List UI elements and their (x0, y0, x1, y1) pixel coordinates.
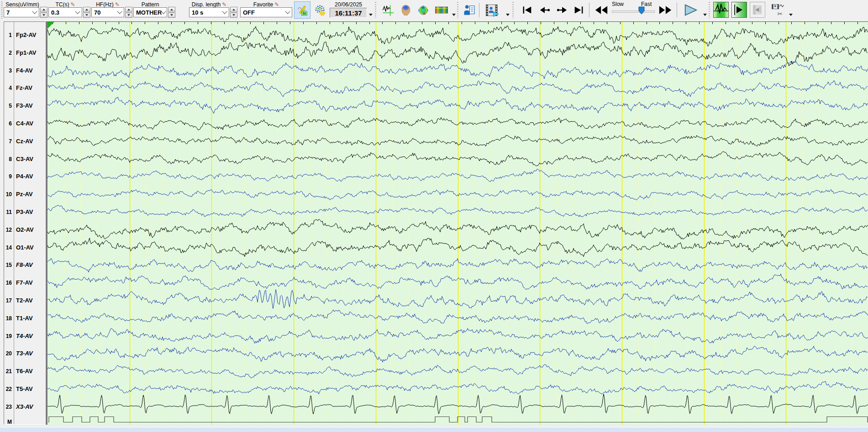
channel-label: T5-AV (16, 385, 33, 393)
channel-number: 8 (4, 155, 12, 163)
channel-number: 6 (4, 120, 12, 128)
step-forward-button[interactable] (553, 1, 571, 19)
edit-pencil-icon[interactable]: ✎ (115, 1, 120, 8)
pattern-spin-down-button[interactable] (168, 13, 175, 18)
channel-row[interactable]: 8C3-AV (4, 155, 45, 163)
channel-row[interactable]: 6C4-AV (4, 120, 45, 128)
speed-slider-track[interactable] (612, 10, 655, 13)
hf-spin-up-button[interactable] (125, 7, 132, 12)
edit-pencil-icon[interactable]: ✎ (274, 1, 279, 8)
channel-row[interactable]: 11P3-AV (4, 208, 45, 216)
channel-row[interactable]: 15F8-AV (4, 261, 45, 269)
go-to-end-button[interactable] (571, 1, 587, 19)
wave-cursor-icon (382, 2, 394, 18)
video-button[interactable] (482, 1, 502, 19)
horizontal-scrollbar[interactable] (0, 427, 868, 432)
channel-row[interactable]: 14O1-AV (4, 244, 45, 252)
pattern-combobox[interactable]: MOTHER (133, 7, 167, 17)
chevron-down-icon (222, 9, 227, 14)
channel-row[interactable]: 22T5-AV (4, 385, 45, 393)
channel-label: Fz-AV (16, 84, 32, 92)
chevron-down-icon (285, 9, 290, 14)
tc-spin-up-button[interactable] (83, 7, 90, 12)
channel-number: 15 (4, 261, 12, 269)
tc-combobox[interactable]: 0.3 (48, 7, 82, 17)
channel-row[interactable]: 10Pz-AV (4, 190, 45, 198)
edit-pencil-icon[interactable]: ✎ (70, 1, 75, 8)
channel-row[interactable]: 12O2-AV (4, 226, 45, 234)
channel-row[interactable]: 19T4-AV (4, 332, 45, 340)
go-to-start-button[interactable] (519, 1, 535, 19)
hf-combobox[interactable]: 70 (91, 7, 124, 17)
sens-spinner (40, 7, 47, 18)
disp-length-spin-up-button[interactable] (230, 7, 237, 12)
separator (479, 3, 479, 17)
edit-pencil-icon[interactable]: ✎ (222, 1, 226, 8)
play-button[interactable] (680, 1, 701, 19)
channel-label: T4-AV (16, 332, 33, 340)
topo-map-button[interactable] (415, 1, 431, 19)
electrode-setup-button[interactable] (311, 1, 329, 19)
head-3d-map-icon (401, 2, 411, 18)
bottom-bar (0, 425, 868, 432)
chevron-down-icon (32, 9, 37, 14)
channel-row[interactable]: 9P4-AV (4, 172, 45, 181)
toolbar-grip[interactable] (1, 1, 3, 19)
disp-length-label-text: Disp. length (192, 1, 221, 8)
channel-number: 14 (4, 244, 12, 252)
video-clip-button[interactable]: ✂ (768, 1, 788, 19)
channel-row[interactable]: 3F4-AV (4, 67, 45, 75)
channel-row[interactable]: 5F3-AV (4, 102, 45, 110)
disp-length-combobox[interactable]: 10 s (189, 7, 229, 17)
channel-row[interactable]: 16F7-AV (4, 279, 45, 287)
skip-to-end-icon (574, 5, 584, 15)
play-icon (684, 3, 698, 17)
channel-row[interactable]: 17T2-AV (4, 297, 45, 305)
channel-row[interactable]: 4Fz-AV (4, 84, 45, 92)
channel-row[interactable]: 21T6-AV (4, 367, 45, 375)
channel-row[interactable]: 1Fp2-AV (4, 31, 45, 39)
dsa-trend-button[interactable] (432, 1, 451, 19)
speed-slider-handle[interactable] (638, 6, 645, 15)
sens-spin-up-button[interactable] (40, 7, 47, 12)
disp-length-spin-down-button[interactable] (230, 13, 237, 18)
sens-combobox[interactable]: 7 (4, 7, 39, 17)
label-panel-divider (14, 22, 14, 424)
favorite-combobox[interactable]: OFF (240, 7, 292, 17)
channel-row[interactable]: 2Fp1-AV (4, 49, 45, 57)
tc-spin-down-button[interactable] (83, 13, 90, 18)
channel-row[interactable]: 20T3-AV (4, 349, 45, 358)
channel-row[interactable]: 7Cz-AV (4, 137, 45, 146)
fast-forward-button[interactable] (656, 1, 675, 19)
pattern-spin-up-button[interactable] (168, 7, 175, 12)
video-icon (485, 2, 499, 18)
sens-spin-down-button[interactable] (40, 13, 47, 18)
favorite-value: OFF (243, 9, 255, 16)
channel-row[interactable]: 18T1-AV (4, 314, 45, 323)
clip-dropdown-arrow-icon[interactable] (789, 14, 793, 16)
review-eeg-mode-button[interactable] (713, 2, 729, 18)
channel-label: Pz-AV (16, 190, 33, 198)
time-dropdown-arrow-icon[interactable] (369, 14, 373, 16)
rewind-button[interactable] (592, 1, 611, 19)
hf-spin-down-button[interactable] (125, 13, 132, 18)
patient-info-button[interactable] (460, 1, 479, 19)
map-3d-button[interactable] (398, 1, 414, 19)
step-back-button[interactable] (536, 1, 553, 19)
notch-filter-button[interactable]: 50 (294, 1, 310, 19)
video-dropdown-arrow-icon[interactable] (506, 14, 510, 16)
channel-number: 7 (4, 137, 12, 146)
step-forward-icon (557, 5, 568, 15)
maps-dropdown-arrow-icon[interactable] (452, 14, 456, 16)
channel-number: 3 (4, 67, 12, 75)
wave-cursor-button[interactable] (379, 1, 397, 19)
channel-row[interactable]: 23X3-AV (4, 403, 45, 411)
play-backward-mode-button[interactable] (750, 2, 765, 18)
play-dropdown-arrow-icon[interactable] (703, 14, 707, 16)
favorite-label: Favorite✎ (240, 1, 292, 8)
time-display[interactable]: 16:11:37 (330, 8, 367, 18)
dsa-spectrogram-icon (435, 5, 448, 15)
play-forward-mode-button[interactable] (731, 2, 747, 18)
eeg-canvas[interactable] (47, 22, 868, 425)
toolbar: Sens(uV/mm) 7 TC(s)✎ 0.3 HF(Hz)✎ 70 (0, 0, 868, 21)
